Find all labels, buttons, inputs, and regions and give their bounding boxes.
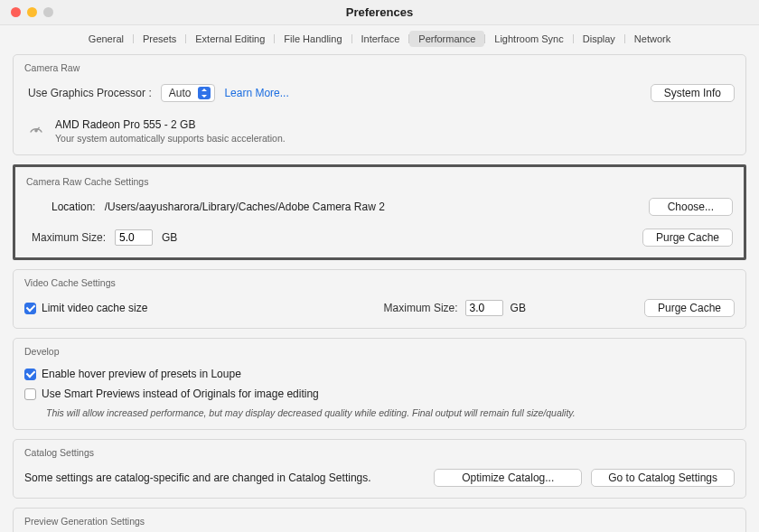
choose-button[interactable]: Choose... [649, 198, 733, 216]
purge-cache-button[interactable]: Purge Cache [642, 229, 733, 247]
gpu-name: AMD Radeon Pro 555 - 2 GB [55, 118, 286, 131]
svg-point-1 [35, 130, 37, 132]
limit-video-cache-checkbox[interactable] [24, 303, 36, 314]
location-path: /Users/aayusharora/Library/Caches/Adobe … [105, 201, 385, 213]
unit-label: GB [511, 302, 526, 314]
section-develop: Develop Enable hover preview of presets … [13, 338, 746, 430]
chevron-updown-icon [198, 87, 211, 99]
unit-label: GB [162, 231, 177, 244]
limit-video-cache-label: Limit video cache size [42, 302, 147, 314]
section-video-cache: Video Cache Settings Limit video cache s… [13, 269, 746, 329]
tab-presets[interactable]: Presets [134, 31, 185, 47]
window-title: Preferences [0, 5, 759, 19]
video-max-input[interactable] [465, 300, 503, 316]
gpu-subtitle: Your system automatically supports basic… [55, 133, 286, 144]
goto-catalog-settings-button[interactable]: Go to Catalog Settings [591, 469, 735, 487]
gauge-icon [28, 120, 44, 136]
section-title: Camera Raw Cache Settings [26, 176, 733, 187]
smart-previews-label: Use Smart Previews instead of Originals … [42, 387, 319, 400]
hover-preview-label: Enable hover preview of presets in Loupe [42, 368, 241, 380]
section-title: Preview Generation Settings [24, 516, 735, 527]
tab-external-editing[interactable]: External Editing [186, 31, 274, 47]
max-size-label: Maximum Size: [26, 231, 106, 244]
tabs-bar: GeneralPresetsExternal EditingFile Handl… [0, 25, 759, 49]
tab-general[interactable]: General [80, 31, 133, 47]
max-size-input[interactable] [115, 229, 153, 246]
learn-more-link[interactable]: Learn More... [224, 87, 288, 99]
close-icon[interactable] [11, 7, 21, 17]
section-camera-raw: Camera Raw Use Graphics Processor : Auto… [13, 54, 746, 155]
gpu-select[interactable]: Auto [161, 84, 216, 102]
content-area: Camera Raw Use Graphics Processor : Auto… [0, 49, 759, 532]
tab-lightroom-sync[interactable]: Lightroom Sync [485, 31, 572, 47]
optimize-catalog-button[interactable]: Optimize Catalog... [434, 469, 582, 487]
tab-file-handling[interactable]: File Handling [275, 31, 351, 47]
tab-interface[interactable]: Interface [352, 31, 409, 47]
section-title: Develop [24, 346, 735, 357]
system-info-button[interactable]: System Info [651, 84, 735, 102]
video-max-label: Maximum Size: [384, 302, 458, 314]
section-title: Catalog Settings [24, 447, 735, 458]
video-purge-cache-button[interactable]: Purge Cache [644, 299, 735, 317]
titlebar: Preferences [0, 0, 759, 25]
traffic-lights [0, 7, 53, 17]
tab-display[interactable]: Display [574, 31, 624, 47]
maximize-icon[interactable] [43, 7, 53, 17]
minimize-icon[interactable] [27, 7, 37, 17]
gpu-label: Use Graphics Processor : [24, 87, 152, 99]
section-camera-raw-cache: Camera Raw Cache Settings Location: /Use… [13, 164, 746, 260]
catalog-text: Some settings are catalog-specific and a… [24, 471, 371, 484]
section-catalog: Catalog Settings Some settings are catal… [13, 439, 746, 499]
develop-hint: This will allow increased performance, b… [24, 407, 735, 418]
gpu-select-value: Auto [169, 87, 192, 99]
section-title: Video Cache Settings [24, 277, 735, 288]
smart-previews-checkbox[interactable] [24, 388, 36, 400]
section-title: Camera Raw [24, 62, 735, 73]
tab-network[interactable]: Network [625, 31, 679, 47]
section-preview-generation: Preview Generation Settings Generate Pre… [13, 508, 746, 532]
tab-performance[interactable]: Performance [409, 31, 484, 47]
hover-preview-checkbox[interactable] [24, 369, 36, 380]
location-label: Location: [26, 201, 96, 213]
